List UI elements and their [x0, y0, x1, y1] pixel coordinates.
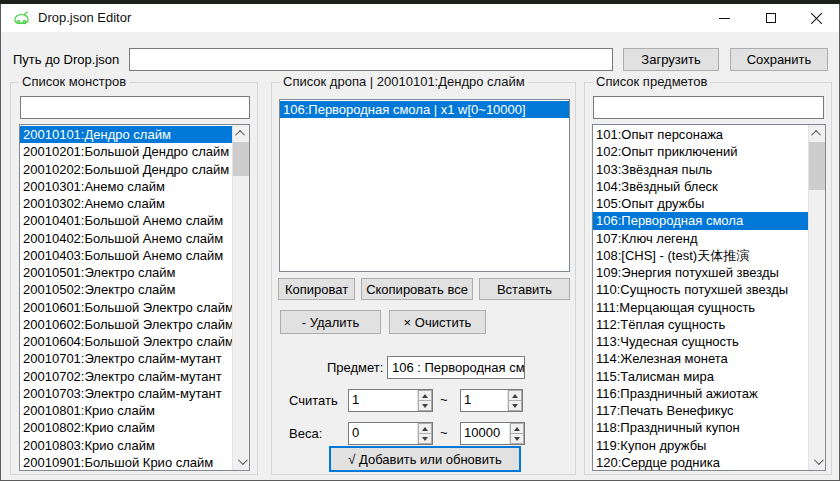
list-item[interactable]: 119:Купон дружбы	[593, 437, 808, 454]
list-item[interactable]: 20010401:Большой Анемо слайм	[20, 212, 232, 229]
minimize-icon	[719, 18, 730, 19]
window-title: Drop.json Editor	[38, 10, 131, 25]
list-item[interactable]: 20010703:Электро слайм-мутант	[20, 385, 232, 402]
list-item[interactable]: 20010202:Большой Дендро слайм	[20, 161, 232, 178]
count-min-value[interactable]: 1	[349, 390, 417, 411]
items-search-input[interactable]	[593, 96, 824, 119]
path-label: Путь до Drop.json	[13, 52, 119, 67]
list-item[interactable]: 116:Праздничный ажиотаж	[593, 385, 808, 402]
copy-all-button[interactable]: Скопировать все	[361, 278, 473, 300]
list-item[interactable]: 117:Печать Венефикус	[593, 402, 808, 419]
list-item[interactable]: 120:Сердце родника	[593, 454, 808, 471]
spin-down-icon[interactable]	[508, 401, 522, 411]
clear-button[interactable]: × Очистить	[389, 310, 486, 334]
count-min-stepper[interactable]: 1	[348, 389, 433, 412]
list-item[interactable]: 108:[CHS] - (test)天体推演	[593, 247, 808, 264]
list-item[interactable]: 104:Звёздный блеск	[593, 178, 808, 195]
save-button[interactable]: Сохранить	[730, 48, 828, 71]
drops-group: Список дропа | 20010101:Дендро слайм 106…	[271, 82, 576, 475]
spin-up-icon[interactable]	[508, 390, 522, 401]
scrollbar-thumb[interactable]	[809, 142, 826, 190]
range-tilde: ~	[440, 392, 448, 407]
close-button[interactable]	[794, 4, 839, 32]
list-item[interactable]: 20010502:Электро слайм	[20, 281, 232, 298]
drops-listbox[interactable]: 106:Первородная смола | x1 w[0~10000]	[279, 99, 570, 272]
list-item[interactable]: 20010602:Большой Электро слайм	[20, 316, 232, 333]
app-window: Drop.json Editor Путь до Drop.json Загру…	[0, 0, 840, 481]
list-item[interactable]: 20010801:Крио слайм	[20, 402, 232, 419]
list-item[interactable]: 20010101:Дендро слайм	[20, 126, 232, 143]
list-item[interactable]: 101:Опыт персонажа	[593, 126, 808, 143]
scroll-up-icon[interactable]	[809, 125, 826, 142]
close-icon	[810, 12, 823, 25]
list-item[interactable]: 20010802:Крио слайм	[20, 419, 232, 436]
paste-button[interactable]: Вставить	[479, 278, 570, 300]
add-or-update-button[interactable]: √ Добавить или обновить	[329, 446, 521, 472]
monsters-scrollbar[interactable]	[232, 125, 249, 470]
load-button[interactable]: Загрузить	[623, 48, 719, 71]
list-item[interactable]: 106:Первородная смола	[593, 212, 808, 229]
list-item[interactable]: 102:Опыт приключений	[593, 143, 808, 160]
weight-max-stepper[interactable]: 10000	[460, 422, 525, 445]
item-field[interactable]: 106 : Первородная смола	[387, 356, 525, 379]
list-item[interactable]: 20010601:Большой Электро слайм	[20, 299, 232, 316]
list-item[interactable]: 114:Железная монета	[593, 350, 808, 367]
copy-button[interactable]: Копироват	[278, 278, 355, 300]
delete-button[interactable]: - Удалить	[280, 310, 381, 334]
list-item[interactable]: 118:Праздничный купон	[593, 419, 808, 436]
list-item[interactable]: 20010701:Электро слайм-мутант	[20, 350, 232, 367]
spin-up-icon[interactable]	[510, 423, 524, 434]
list-item[interactable]: 20010702:Электро слайм-мутант	[20, 368, 232, 385]
scroll-up-icon[interactable]	[233, 125, 250, 142]
path-input[interactable]	[129, 48, 613, 71]
items-group: Список предметов 101:Опыт персонажа102:О…	[584, 82, 832, 475]
list-item[interactable]: 20010403:Большой Анемо слайм	[20, 247, 232, 264]
title-bar[interactable]: Drop.json Editor	[1, 4, 839, 32]
spin-up-icon[interactable]	[418, 423, 432, 434]
list-item[interactable]: 111:Мерцающая сущность	[593, 299, 808, 316]
list-item[interactable]: 115:Талисман мира	[593, 368, 808, 385]
monsters-search-input[interactable]	[20, 96, 250, 119]
items-group-title: Список предметов	[593, 74, 710, 89]
minimize-button[interactable]	[702, 4, 747, 32]
list-item[interactable]: 105:Опыт дружбы	[593, 195, 808, 212]
list-item[interactable]: 20010604:Большой Электро слайм	[20, 333, 232, 350]
maximize-button[interactable]	[748, 4, 793, 32]
spin-up-icon[interactable]	[418, 390, 432, 401]
weight-max-value[interactable]: 10000	[461, 423, 509, 444]
list-item[interactable]: 110:Сущность потухшей звезды	[593, 281, 808, 298]
drop-json-editor-window: Drop.json Editor Путь до Drop.json Загру…	[0, 4, 840, 481]
list-item[interactable]: 20010901:Большой Крио слайм	[20, 454, 232, 471]
list-item[interactable]: 20010501:Электро слайм	[20, 264, 232, 281]
list-item[interactable]: 20010201:Большой Дендро слайм	[20, 143, 232, 160]
list-item[interactable]: 107:Ключ легенд	[593, 230, 808, 247]
item-label: Предмет:	[327, 360, 383, 375]
items-listbox[interactable]: 101:Опыт персонажа102:Опыт приключений10…	[592, 124, 826, 471]
list-item[interactable]: 20010402:Большой Анемо слайм	[20, 230, 232, 247]
count-max-stepper[interactable]: 1	[460, 389, 523, 412]
list-item[interactable]: 20010301:Анемо слайм	[20, 178, 232, 195]
list-item[interactable]: 109:Энергия потухшей звезды	[593, 264, 808, 281]
weight-min-stepper[interactable]: 0	[348, 422, 433, 445]
scroll-down-icon[interactable]	[233, 453, 250, 470]
spin-down-icon[interactable]	[418, 401, 432, 411]
list-item[interactable]: 106:Первородная смола | x1 w[0~10000]	[280, 101, 569, 118]
app-icon	[13, 10, 30, 27]
weight-label: Веса:	[289, 426, 322, 441]
list-item[interactable]: 103:Звёздная пыль	[593, 161, 808, 178]
list-item[interactable]: 20010803:Крио слайм	[20, 437, 232, 454]
monsters-listbox[interactable]: 20010101:Дендро слайм20010201:Большой Де…	[19, 124, 250, 471]
scroll-down-icon[interactable]	[809, 453, 826, 470]
list-item[interactable]: 112:Тёплая сущность	[593, 316, 808, 333]
scrollbar-thumb[interactable]	[233, 142, 250, 176]
drops-group-title: Список дропа | 20010101:Дендро слайм	[280, 74, 528, 89]
spin-down-icon[interactable]	[418, 434, 432, 444]
weight-min-value[interactable]: 0	[349, 423, 417, 444]
spin-down-icon[interactable]	[510, 434, 524, 444]
count-max-value[interactable]: 1	[461, 390, 507, 411]
monsters-group: Список монстров 20010101:Дендро слайм200…	[10, 82, 258, 475]
list-item[interactable]: 113:Чудесная сущность	[593, 333, 808, 350]
items-scrollbar[interactable]	[808, 125, 825, 470]
range-tilde: ~	[440, 425, 448, 440]
list-item[interactable]: 20010302:Анемо слайм	[20, 195, 232, 212]
